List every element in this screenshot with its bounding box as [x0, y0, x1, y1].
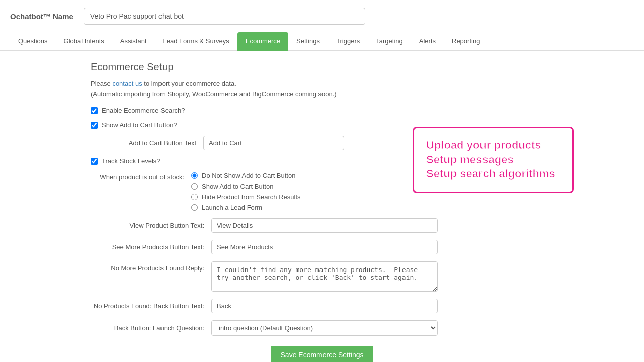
header-title: Ochatbot™ Name [10, 12, 73, 21]
radio-hide-input[interactable] [191, 194, 198, 200]
nav-lead-forms[interactable]: Lead Forms & Surveys [155, 32, 237, 51]
view-product-input[interactable] [211, 218, 438, 233]
promo-box: Upload your products Setup messages Setu… [413, 127, 574, 193]
radio-show[interactable]: Show Add to Cart Button [191, 183, 301, 190]
no-more-label: No More Products Found Reply: [91, 261, 211, 272]
intro-line2: to import your ecommerce data. [144, 80, 236, 87]
no-more-row: No More Products Found Reply: I couldn't… [91, 261, 553, 292]
radio-show-text: Show Add to Cart Button [202, 183, 273, 190]
track-stock-label[interactable]: Track Stock Levels? [91, 157, 160, 165]
out-of-stock-options: Do Not Show Add to Cart Button Show Add … [191, 172, 301, 211]
see-more-row: See More Products Button Text: [91, 240, 553, 254]
radio-donotshow[interactable]: Do Not Show Add to Cart Button [191, 172, 301, 179]
radio-hide[interactable]: Hide Product from Search Results [191, 193, 301, 201]
main-nav: Questions Global Intents Assistant Lead … [0, 32, 644, 51]
intro-text: Please contact us to import your ecommer… [91, 79, 553, 99]
contact-us-link[interactable]: contact us [112, 80, 142, 87]
nav-assistant[interactable]: Assistant [112, 32, 155, 51]
radio-show-input[interactable] [191, 183, 198, 190]
promo-line1: Upload your products [426, 138, 560, 153]
show-add-cart-text: Show Add to Cart Button? [102, 121, 177, 129]
bot-name-input[interactable] [84, 8, 365, 25]
nav-ecommerce[interactable]: Ecommerce [237, 32, 288, 51]
no-more-textarea[interactable]: I couldn't find any more matching produc… [211, 261, 438, 292]
see-more-label: See More Products Button Text: [91, 243, 211, 251]
no-products-row: No Products Found: Back Button Text: [91, 299, 553, 313]
nav-reporting[interactable]: Reporting [444, 32, 488, 51]
radio-donotshow-text: Do Not Show Add to Cart Button [202, 172, 295, 179]
no-products-input[interactable] [211, 299, 438, 313]
nav-global-intents[interactable]: Global Intents [56, 32, 112, 51]
add-cart-text-label: Add to Cart Button Text [103, 139, 203, 147]
radio-hide-text: Hide Product from Search Results [202, 193, 301, 201]
show-add-cart-label[interactable]: Show Add to Cart Button? [91, 121, 177, 129]
intro-line1: Please [91, 80, 111, 87]
view-product-row: View Product Button Text: [91, 218, 553, 233]
promo-line2: Setup messages [426, 153, 560, 167]
see-more-input[interactable] [211, 240, 438, 254]
section-title: Ecommerce Setup [91, 61, 553, 73]
out-of-stock-label: When product is out of stock: [91, 172, 191, 181]
promo-line3: Setup search algorithms [426, 167, 560, 182]
back-launch-row: Back Button: Launch Question: intro ques… [91, 320, 553, 336]
back-launch-label: Back Button: Launch Question: [91, 324, 211, 332]
no-products-label: No Products Found: Back Button Text: [91, 302, 211, 310]
view-product-label: View Product Button Text: [91, 222, 211, 229]
add-cart-text-input[interactable] [203, 136, 344, 150]
intro-line3: (Automatic importing from Shopify, WooCo… [91, 90, 337, 98]
enable-ecommerce-text: Enable Ecommerce Search? [102, 107, 185, 114]
track-stock-checkbox[interactable] [91, 158, 98, 165]
main-content: Ecommerce Setup Please contact us to imp… [0, 51, 644, 362]
radio-leadform[interactable]: Launch a Lead Form [191, 204, 301, 211]
nav-targeting[interactable]: Targeting [368, 32, 411, 51]
radio-leadform-input[interactable] [191, 204, 198, 211]
enable-ecommerce-label[interactable]: Enable Ecommerce Search? [91, 107, 185, 114]
save-button[interactable]: Save Ecommerce Settings [271, 346, 374, 362]
enable-ecommerce-checkbox[interactable] [91, 107, 98, 114]
nav-questions[interactable]: Questions [10, 32, 56, 51]
radio-leadform-text: Launch a Lead Form [202, 204, 262, 211]
nav-triggers[interactable]: Triggers [328, 32, 368, 51]
nav-alerts[interactable]: Alerts [411, 32, 444, 51]
radio-donotshow-input[interactable] [191, 172, 198, 179]
show-add-cart-checkbox[interactable] [91, 122, 98, 129]
track-stock-text: Track Stock Levels? [102, 157, 160, 165]
enable-ecommerce-row: Enable Ecommerce Search? [91, 107, 553, 114]
back-launch-select[interactable]: intro question (Default Question) [211, 320, 438, 336]
nav-settings[interactable]: Settings [288, 32, 328, 51]
